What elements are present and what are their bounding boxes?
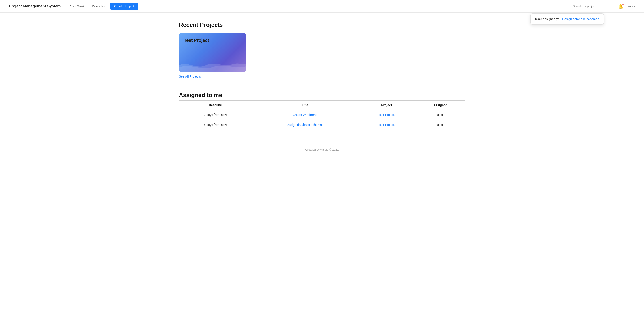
projects-chevron: ▾ <box>104 5 105 8</box>
assigned-section-title: Assigned to me <box>179 92 465 99</box>
cell-deadline-0: 3 days from now <box>179 110 252 120</box>
col-deadline: Deadline <box>179 101 252 110</box>
your-work-chevron: ▾ <box>86 5 86 8</box>
col-title: Title <box>252 101 358 110</box>
create-project-button[interactable]: Create Project <box>110 3 138 10</box>
recent-projects-title: Recent Projects <box>179 22 465 28</box>
col-project: Project <box>358 101 415 110</box>
cell-assignor-0: user <box>415 110 465 120</box>
col-assignor: Assignor <box>415 101 465 110</box>
notification-text-prefix: User <box>535 17 542 21</box>
table-row: 5 days from now Design database schemas … <box>179 120 465 130</box>
wave-decoration <box>179 54 246 72</box>
notification-dropdown: User assigned you Design database schema… <box>530 14 604 24</box>
notification-bell[interactable]: 🔔 <box>618 4 624 9</box>
user-menu[interactable]: user ▾ <box>627 4 635 8</box>
projects-label: Projects <box>92 4 103 8</box>
cell-project-1[interactable]: Test Project <box>358 120 415 130</box>
notification-text-middle: assigned you <box>542 17 562 21</box>
table-row: 3 days from now Create Wireframe Test Pr… <box>179 110 465 120</box>
cell-deadline-1: 5 days from now <box>179 120 252 130</box>
assigned-table-wrapper: Deadline Title Project Assignor 3 days f… <box>179 100 465 130</box>
nav-links: Your Work ▾ Projects ▾ Create Project <box>68 3 569 10</box>
cell-title-0[interactable]: Create Wireframe <box>252 110 358 120</box>
navbar-right: 🔔 user ▾ <box>570 3 635 10</box>
navbar-brand: Project Management System <box>9 4 60 8</box>
assigned-table: Deadline Title Project Assignor 3 days f… <box>179 100 465 130</box>
your-work-label: Your Work <box>70 4 84 8</box>
project-card-title: Test Project <box>184 38 209 43</box>
assigned-section: Assigned to me Deadline Title Project As… <box>179 92 465 130</box>
nav-item-projects[interactable]: Projects ▾ <box>90 3 108 10</box>
notification-link[interactable]: Design database schemas <box>562 17 599 21</box>
user-menu-chevron: ▾ <box>634 5 635 8</box>
notification-dot <box>622 3 624 5</box>
search-input[interactable] <box>570 3 614 10</box>
cell-title-1[interactable]: Design database schemas <box>252 120 358 130</box>
cell-project-0[interactable]: Test Project <box>358 110 415 120</box>
project-card[interactable]: Test Project <box>179 33 246 72</box>
footer: Created by wisuja © 2021 <box>0 139 644 156</box>
main-content: Recent Projects Test Project See All Pro… <box>166 12 478 139</box>
footer-text: Created by wisuja © 2021 <box>305 148 338 151</box>
see-all-projects-link[interactable]: See All Projects <box>179 75 201 78</box>
recent-projects-section: Recent Projects Test Project See All Pro… <box>179 22 465 87</box>
nav-item-your-work[interactable]: Your Work ▾ <box>68 3 89 10</box>
table-header-row: Deadline Title Project Assignor <box>179 101 465 110</box>
navbar: Project Management System Your Work ▾ Pr… <box>0 0 644 12</box>
cell-assignor-1: user <box>415 120 465 130</box>
user-label: user <box>627 4 633 8</box>
